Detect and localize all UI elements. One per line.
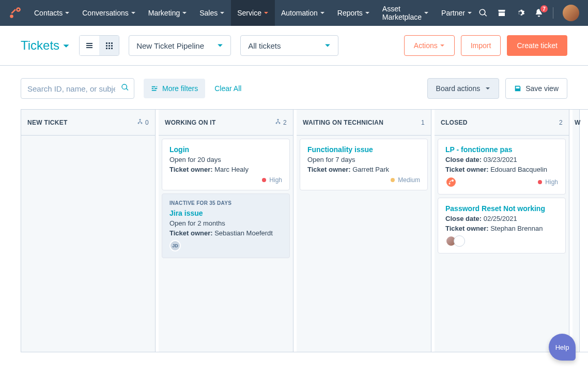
nav-item-label: Conversations (82, 9, 129, 17)
page-title-dropdown[interactable]: Tickets (21, 38, 70, 53)
column-header[interactable]: WAITING ON TECHNICIAN1 (297, 110, 431, 136)
nav-item-sales[interactable]: Sales (193, 0, 231, 26)
nav-item-marketing[interactable]: Marketing (142, 0, 193, 26)
column-header[interactable]: WORKING ON IT2 (159, 110, 293, 136)
search-wrap (21, 78, 134, 99)
page-title-text: Tickets (21, 38, 59, 53)
ticket-open-for: Open for 7 days (307, 156, 420, 163)
search-icon (121, 83, 129, 94)
column-body[interactable]: Functionality issueOpen for 7 daysTicket… (297, 136, 431, 352)
create-ticket-button[interactable]: Create ticket (507, 35, 567, 56)
ticket-card[interactable]: INACTIVE FOR 35 DAYSJira issueOpen for 2… (162, 193, 290, 258)
help-label: Help (555, 344, 569, 351)
ticket-title[interactable]: Password Reset Not working (445, 204, 558, 213)
ticket-card[interactable]: Password Reset Not workingClose date: 02… (438, 198, 566, 253)
board-actions-button[interactable]: Board actions (427, 78, 500, 99)
avatar (454, 235, 465, 247)
column-header[interactable]: CLOSED2 (435, 110, 569, 136)
nav-item-label: Asset Marketplace (382, 5, 422, 21)
save-view-button[interactable]: Save view (505, 78, 567, 99)
more-filters-label: More filters (162, 84, 198, 93)
pipeline-value: New Ticket Pipeline (136, 41, 204, 50)
nav-item-label: Service (237, 9, 261, 17)
marketplace-icon[interactable] (497, 8, 506, 18)
ticket-owner: Ticket owner: Stephan Brennan (445, 225, 558, 232)
column-header[interactable]: NEW TICKET0 (21, 110, 155, 136)
priority-label: High (545, 178, 558, 186)
ticket-card[interactable]: LP - fonctionne pasClose date: 03/23/202… (438, 139, 566, 195)
search-input[interactable] (21, 78, 134, 99)
chevron-down-icon (65, 9, 70, 17)
ticket-card[interactable]: Functionality issueOpen for 7 daysTicket… (300, 139, 428, 190)
clear-all-button[interactable]: Clear All (214, 84, 241, 93)
nav-item-reports[interactable]: Reports (331, 0, 376, 26)
svg-point-11 (452, 180, 454, 182)
column-body[interactable]: LoginOpen for 20 daysTicket owner: Marc … (159, 136, 293, 352)
import-button[interactable]: Import (461, 35, 501, 56)
create-label: Create ticket (517, 41, 558, 50)
column-body[interactable]: LP - fonctionne pasClose date: 03/23/202… (435, 136, 569, 352)
column-name: WORKING ON IT (165, 119, 216, 126)
search-icon[interactable] (478, 8, 488, 18)
user-avatar[interactable] (563, 5, 579, 21)
ticket-card[interactable]: LoginOpen for 20 daysTicket owner: Marc … (162, 139, 290, 190)
nav-item-conversations[interactable]: Conversations (76, 0, 142, 26)
nav-item-contacts[interactable]: Contacts (28, 0, 76, 26)
priority-badge: Medium (391, 176, 420, 184)
priority-badge: High (538, 178, 558, 186)
more-filters-button[interactable]: More filters (144, 79, 205, 98)
list-view-button[interactable] (80, 36, 99, 55)
svg-point-0 (10, 14, 13, 18)
actions-label: Actions (414, 41, 438, 50)
nav-item-service[interactable]: Service (231, 0, 275, 26)
chevron-down-icon (324, 41, 331, 50)
sliders-icon (151, 85, 158, 92)
hubspot-logo[interactable] (8, 6, 22, 20)
split-icon (275, 118, 281, 126)
card-footer: JD (169, 240, 282, 251)
chevron-down-icon (217, 41, 223, 50)
top-nav: ContactsConversationsMarketingSalesServi… (0, 0, 588, 26)
ticket-owner: Ticket owner: Garrett Park (307, 166, 420, 173)
nav-item-partner[interactable]: Partner (435, 0, 478, 26)
nav-item-asset-marketplace[interactable]: Asset Marketplace (376, 0, 435, 26)
nav-items: ContactsConversationsMarketingSalesServi… (28, 0, 478, 26)
inactive-banner: INACTIVE FOR 35 DAYS (169, 200, 282, 206)
header-left: Tickets New Ticket Pipeline All tickets (21, 35, 338, 56)
filter-value: All tickets (248, 41, 281, 50)
pipeline-select[interactable]: New Ticket Pipeline (129, 35, 231, 56)
card-footer: High (169, 176, 282, 184)
ticket-owner: Ticket owner: Marc Healy (169, 166, 282, 173)
column-working-on-it: WORKING ON IT2LoginOpen for 20 daysTicke… (159, 110, 293, 352)
column-name: CLOSED (441, 119, 468, 126)
import-label: Import (471, 41, 491, 50)
notification-badge: 7 (539, 4, 549, 13)
priority-label: Medium (398, 176, 420, 184)
ticket-open-for: Open for 20 days (169, 156, 282, 163)
column-name: WAITING ON TECHNICIAN (303, 119, 383, 126)
settings-icon[interactable] (516, 8, 525, 18)
ticket-title[interactable]: LP - fonctionne pas (445, 145, 558, 154)
svg-point-7 (277, 119, 279, 121)
ticket-title[interactable]: Login (169, 145, 282, 154)
tickets-filter-select[interactable]: All tickets (240, 35, 338, 56)
nav-item-label: Marketing (148, 9, 180, 17)
notifications-icon[interactable]: 7 (534, 8, 544, 18)
nav-item-label: Automation (281, 9, 318, 17)
nav-item-automation[interactable]: Automation (275, 0, 331, 26)
column-count: 1 (421, 119, 425, 126)
view-toggle (79, 35, 119, 56)
actions-button[interactable]: Actions (404, 35, 455, 56)
ticket-close-date: Close date: 03/23/2021 (445, 156, 558, 163)
page-header: Tickets New Ticket Pipeline All tickets … (0, 26, 588, 66)
ticket-title[interactable]: Functionality issue (307, 145, 420, 154)
priority-dot (391, 178, 395, 182)
priority-dot (262, 178, 266, 182)
board-view-button[interactable] (99, 36, 119, 55)
column-body[interactable] (21, 136, 155, 352)
avatar: JD (169, 240, 181, 251)
priority-dot (538, 180, 542, 184)
ticket-title[interactable]: Jira issue (169, 209, 282, 217)
save-icon (514, 85, 521, 92)
board-wrap: NEW TICKET0WORKING ON IT2LoginOpen for 2… (0, 104, 588, 352)
